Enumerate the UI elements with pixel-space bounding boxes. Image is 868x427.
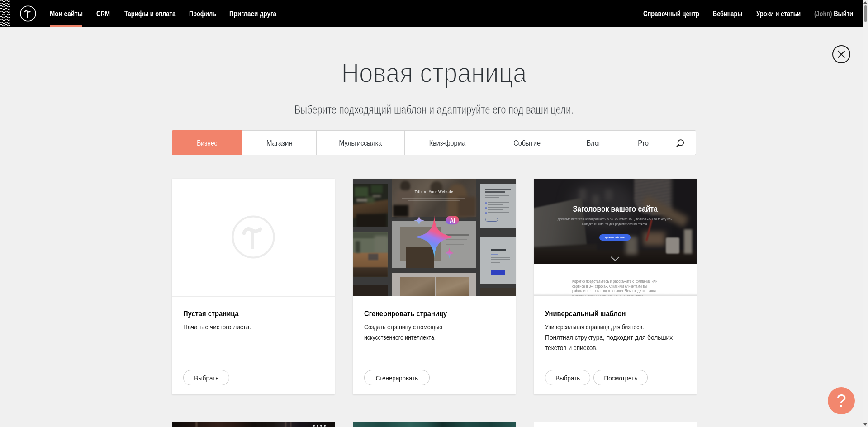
svg-text:AI: AI <box>450 218 455 224</box>
